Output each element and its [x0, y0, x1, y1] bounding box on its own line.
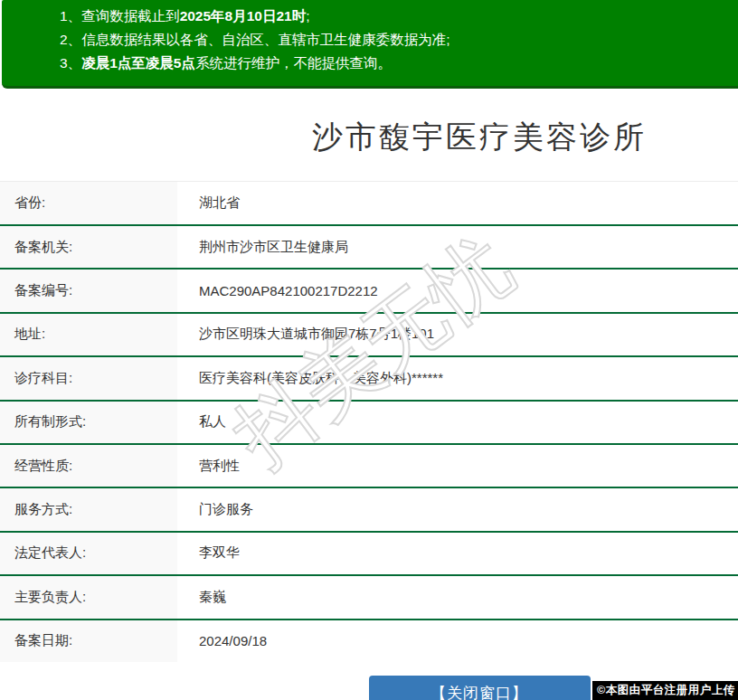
field-label: 备案机关:: [0, 226, 177, 268]
table-row-principal: 主要负责人: 秦巍: [0, 574, 738, 618]
notice-text: ;: [306, 8, 309, 24]
notice-bold-text: 凌晨1点至凌晨5点: [81, 55, 195, 71]
notice-text: 信息数据结果以各省、自治区、直辖市卫生健康委数据为准;: [81, 32, 449, 47]
table-row-filing-number: 备案编号: MAC290AP842100217D2212: [0, 268, 738, 311]
table-row-address: 地址: 沙市区明珠大道城市御园7栋7号1楼101: [0, 312, 738, 355]
field-label: 诊疗科目:: [0, 357, 177, 399]
notice-text: 系统进行维护，不能提供查询。: [195, 55, 392, 71]
notice-number: 1、: [60, 8, 81, 24]
result-page: 1、查询数据截止到2025年8月10日21时; 2、信息数据结果以各省、自治区、…: [0, 0, 738, 700]
field-value: 湖北省: [177, 182, 738, 224]
field-label: 地址:: [0, 314, 177, 355]
notice-banner: 1、查询数据截止到2025年8月10日21时; 2、信息数据结果以各省、自治区、…: [2, 0, 738, 89]
field-value: 医疗美容科(美容皮肤科、美容外科)******: [177, 357, 738, 399]
notice-text: 查询数据截止到: [81, 8, 180, 24]
table-row-filing-date: 备案日期: 2024/09/18: [0, 619, 738, 662]
table-row-province: 省份: 湖北省: [0, 182, 738, 224]
field-value: 李双华: [177, 533, 738, 574]
notice-number: 2、: [60, 32, 81, 47]
field-value: 门诊服务: [177, 488, 738, 530]
table-row-medical-subjects: 诊疗科目: 医疗美容科(美容皮肤科、美容外科)******: [0, 355, 738, 399]
table-row-filing-authority: 备案机关: 荆州市沙市区卫生健康局: [0, 224, 738, 268]
field-label: 经营性质:: [0, 445, 177, 487]
table-row-operation-nature: 经营性质: 营利性: [0, 443, 738, 487]
table-row-service-mode: 服务方式: 门诊服务: [0, 487, 738, 530]
field-value: MAC290AP842100217D2212: [177, 270, 738, 311]
notice-number: 3、: [60, 55, 81, 71]
field-value: 沙市区明珠大道城市御园7栋7号1楼101: [177, 314, 738, 355]
field-label: 备案编号:: [0, 270, 177, 311]
notice-bold-text: 2025年8月10日21时: [180, 8, 307, 24]
field-value: 私人: [177, 402, 738, 443]
field-label: 主要负责人:: [0, 576, 177, 618]
field-value: 2024/09/18: [177, 620, 738, 662]
record-table: 省份: 湖北省 备案机关: 荆州市沙市区卫生健康局 备案编号: MAC290AP…: [0, 181, 738, 662]
page-content: 1、查询数据截止到2025年8月10日21时; 2、信息数据结果以各省、自治区、…: [0, 0, 738, 700]
field-value: 秦巍: [177, 576, 738, 618]
notice-line-3: 3、凌晨1点至凌晨5点系统进行维护，不能提供查询。: [60, 52, 738, 75]
field-label: 所有制形式:: [0, 402, 177, 443]
notice-line-2: 2、信息数据结果以各省、自治区、直辖市卫生健康委数据为准;: [60, 28, 738, 52]
close-window-button[interactable]: 【关闭窗口】: [369, 676, 591, 700]
field-label: 法定代表人:: [0, 533, 177, 574]
table-row-legal-representative: 法定代表人: 李双华: [0, 531, 738, 574]
platform-upload-badge: ©本图由平台注册用户上传: [592, 681, 738, 700]
clinic-title: 沙市馥宇医疗美容诊所: [0, 117, 738, 158]
field-value: 荆州市沙市区卫生健康局: [177, 226, 738, 268]
notice-line-1: 1、查询数据截止到2025年8月10日21时;: [60, 5, 738, 28]
field-value: 营利性: [177, 445, 738, 487]
field-label: 备案日期:: [0, 620, 177, 662]
field-label: 省份:: [0, 182, 177, 224]
table-row-ownership: 所有制形式: 私人: [0, 400, 738, 443]
field-label: 服务方式:: [0, 488, 177, 530]
